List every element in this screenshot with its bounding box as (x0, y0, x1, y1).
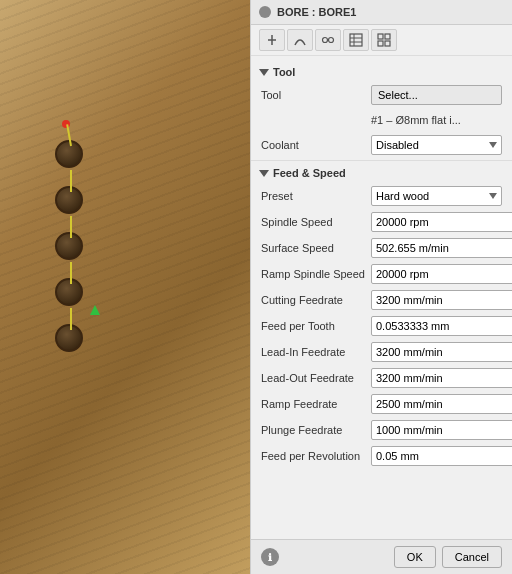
feed-per-rev-input[interactable] (372, 447, 512, 465)
feed-per-rev-spinbox: ▲ ▼ (371, 446, 512, 466)
lead-out-feedrate-spinbox: ▲ ▼ (371, 368, 512, 388)
bore-line-1 (66, 124, 72, 146)
cutting-feedrate-input[interactable] (372, 291, 512, 309)
bore-holes-group (55, 140, 83, 370)
panel-content: Tool Tool Select... #1 – Ø8mm flat i... … (251, 56, 512, 539)
tool-select-button[interactable]: Select... (371, 85, 502, 105)
feed-per-tooth-row: Feed per Tooth ▲ ▼ (251, 313, 512, 339)
plunge-feedrate-control: ▲ ▼ (371, 420, 512, 440)
coolant-select[interactable]: Disabled Flood Mist (371, 135, 502, 155)
feed-speed-section-header: Feed & Speed (251, 163, 512, 183)
tool-tab-button[interactable] (259, 29, 285, 51)
svg-point-1 (329, 38, 334, 43)
feed-speed-section-title: Feed & Speed (273, 167, 346, 179)
cutting-feedrate-spinbox: ▲ ▼ (371, 290, 512, 310)
tool-section-title: Tool (273, 66, 295, 78)
bore-line-3 (70, 216, 72, 238)
path-tab-button[interactable] (287, 29, 313, 51)
tool-section-header: Tool (251, 62, 512, 82)
feed-per-tooth-control: ▲ ▼ (371, 316, 512, 336)
lead-in-feedrate-input[interactable] (372, 343, 512, 361)
plunge-feedrate-spinbox: ▲ ▼ (371, 420, 512, 440)
toolbar (251, 25, 512, 56)
feed-per-rev-row: Feed per Revolution ▲ ▼ (251, 443, 512, 469)
cutting-feedrate-control: ▲ ▼ (371, 290, 512, 310)
preset-select[interactable]: Hard wood Soft wood Aluminum Custom (371, 186, 502, 206)
spindle-speed-input[interactable] (372, 213, 512, 231)
info-button[interactable]: ℹ (261, 548, 279, 566)
feed-per-tooth-label: Feed per Tooth (261, 320, 371, 332)
svg-rect-3 (350, 34, 362, 46)
ramp-spindle-label: Ramp Spindle Speed (261, 268, 371, 280)
spindle-speed-row: Spindle Speed ▲ ▼ (251, 209, 512, 235)
surface-speed-input[interactable] (372, 239, 512, 257)
cutting-feedrate-row: Cutting Feedrate ▲ ▼ (251, 287, 512, 313)
ramp-spindle-input[interactable] (372, 265, 512, 283)
ramp-feedrate-row: Ramp Feedrate ▲ ▼ (251, 391, 512, 417)
tool-name-display: #1 – Ø8mm flat i... (371, 113, 502, 127)
section-divider (251, 160, 512, 161)
coolant-control: Disabled Flood Mist (371, 135, 502, 155)
feed-per-rev-control: ▲ ▼ (371, 446, 512, 466)
tool-name-value: #1 – Ø8mm flat i... (371, 112, 461, 128)
properties-panel: BORE : BORE1 (250, 0, 512, 574)
bore-line-2 (70, 170, 72, 192)
plunge-feedrate-row: Plunge Feedrate ▲ ▼ (251, 417, 512, 443)
cancel-button[interactable]: Cancel (442, 546, 502, 568)
bore-hole-4 (55, 278, 83, 306)
spindle-speed-label: Spindle Speed (261, 216, 371, 228)
lead-out-feedrate-input[interactable] (372, 369, 512, 387)
lead-in-feedrate-control: ▲ ▼ (371, 342, 512, 362)
title-icon (259, 6, 271, 18)
lead-in-feedrate-label: Lead-In Feedrate (261, 346, 371, 358)
ramp-feedrate-control: ▲ ▼ (371, 394, 512, 414)
link-tab-button[interactable] (315, 29, 341, 51)
ramp-feedrate-spinbox: ▲ ▼ (371, 394, 512, 414)
feed-speed-triangle (259, 170, 269, 177)
bore-hole-1 (55, 140, 83, 168)
preset-row: Preset Hard wood Soft wood Aluminum Cust… (251, 183, 512, 209)
coolant-row: Coolant Disabled Flood Mist (251, 132, 512, 158)
surface-speed-spinbox: ▲ ▼ (371, 238, 512, 258)
surface-speed-label: Surface Speed (261, 242, 371, 254)
title-bar: BORE : BORE1 (251, 0, 512, 25)
cutting-feedrate-label: Cutting Feedrate (261, 294, 371, 306)
bore-line-4 (70, 262, 72, 284)
svg-rect-7 (378, 34, 383, 39)
tool-select-control: Select... (371, 85, 502, 105)
ramp-spindle-control: ▲ ▼ (371, 264, 512, 284)
lead-out-feedrate-row: Lead-Out Feedrate ▲ ▼ (251, 365, 512, 391)
tool-row: Tool Select... (251, 82, 512, 108)
tool-label: Tool (261, 89, 371, 101)
coolant-label: Coolant (261, 139, 371, 151)
lead-out-feedrate-label: Lead-Out Feedrate (261, 372, 371, 384)
surface-speed-control: ▲ ▼ (371, 238, 512, 258)
lead-out-feedrate-control: ▲ ▼ (371, 368, 512, 388)
feed-per-tooth-input[interactable] (372, 317, 512, 335)
svg-rect-9 (378, 41, 383, 46)
grid-tab-button[interactable] (371, 29, 397, 51)
panel-title: BORE : BORE1 (277, 6, 356, 18)
footer-buttons: OK Cancel (394, 546, 502, 568)
bore-hole-3 (55, 232, 83, 260)
ramp-feedrate-input[interactable] (372, 395, 512, 413)
ramp-feedrate-label: Ramp Feedrate (261, 398, 371, 410)
bore-hole-5 (55, 324, 83, 352)
canvas-background (0, 0, 260, 574)
spindle-speed-control: ▲ ▼ (371, 212, 512, 232)
svg-rect-8 (385, 34, 390, 39)
panel-footer: ℹ OK Cancel (251, 539, 512, 574)
lead-in-feedrate-row: Lead-In Feedrate ▲ ▼ (251, 339, 512, 365)
plunge-feedrate-input[interactable] (372, 421, 512, 439)
bore-hole-2 (55, 186, 83, 214)
table-tab-button[interactable] (343, 29, 369, 51)
feed-per-tooth-spinbox: ▲ ▼ (371, 316, 512, 336)
lead-in-feedrate-spinbox: ▲ ▼ (371, 342, 512, 362)
preset-control: Hard wood Soft wood Aluminum Custom (371, 186, 502, 206)
plunge-feedrate-label: Plunge Feedrate (261, 424, 371, 436)
tool-name-row: #1 – Ø8mm flat i... (251, 108, 512, 132)
spindle-speed-spinbox: ▲ ▼ (371, 212, 512, 232)
feed-per-rev-label: Feed per Revolution (261, 450, 371, 462)
ok-button[interactable]: OK (394, 546, 436, 568)
bore-line-5 (70, 308, 72, 330)
